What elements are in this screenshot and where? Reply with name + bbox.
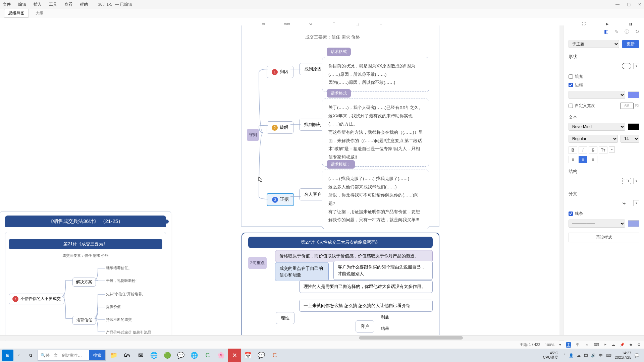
panel-tab-info-icon[interactable]: ⓘ: [625, 29, 629, 35]
scrollbar-v[interactable]: [559, 25, 564, 349]
panel-tab-refresh-icon[interactable]: ↻: [635, 29, 639, 35]
pv-leaf5[interactable]: 产品价格式完价 低价引流品: [106, 330, 151, 335]
weight-select[interactable]: Regular: [569, 135, 618, 143]
app-c2-icon[interactable]: C: [268, 349, 281, 362]
menu-file[interactable]: 文件: [3, 2, 11, 7]
node-step3-selected[interactable]: 3证据: [267, 193, 294, 206]
node-benefit[interactable]: 利益: [381, 314, 389, 320]
close-icon[interactable]: ✕: [638, 2, 641, 7]
border-style-select[interactable]: ────────: [569, 91, 625, 99]
topic-type-select[interactable]: 子主题: [569, 40, 619, 48]
scrollbar-h[interactable]: [0, 335, 644, 340]
size-select[interactable]: 14: [621, 135, 639, 143]
status-emoji-icon[interactable]: ☺: [585, 343, 589, 347]
border-checkbox[interactable]: [569, 83, 573, 87]
status-xmind-icon[interactable]: 主: [566, 342, 571, 348]
tray-up-icon[interactable]: ˄: [564, 353, 566, 358]
app-360-icon[interactable]: 🟢: [161, 349, 174, 362]
content-step2[interactable]: 关于(……)，我个人研究(……)已经有XX年之久。 这XX年来，我找到了最有效的…: [322, 99, 429, 167]
line-value1[interactable]: 价格取决于价值，而价值取决于价值感，价值感取决于你对产品的塑造。: [275, 250, 433, 262]
status-star-icon[interactable]: ★: [629, 343, 633, 347]
line-style-select[interactable]: ────────: [569, 220, 625, 228]
tray-notification-icon[interactable]: 💬: [635, 353, 639, 358]
menu-edit[interactable]: 编辑: [18, 2, 26, 7]
maximize-icon[interactable]: ▢: [627, 2, 631, 7]
tray-keyboard-icon[interactable]: ⌨: [606, 353, 611, 358]
scrollbar-thumb[interactable]: [359, 336, 463, 340]
label-format1[interactable]: 话术格式: [327, 48, 351, 56]
line-checkbox[interactable]: [569, 212, 573, 216]
tray-onedrive-icon[interactable]: ☁: [577, 353, 581, 358]
line-color-swatch[interactable]: [628, 220, 639, 227]
status-gear-icon[interactable]: ⚙: [637, 343, 641, 347]
shape-preview[interactable]: [622, 63, 631, 69]
pv-n3[interactable]: 培育信任: [72, 316, 96, 325]
content-step3[interactable]: (……) 找我克服了(……) 找我克服了(……) 这么多人他们都来找我帮他们(……: [322, 170, 429, 229]
rational-b[interactable]: 一上来就问你怎么搞 怎么搞 怎么搞的人让他自己看介绍: [299, 300, 433, 312]
menu-insert[interactable]: 插入: [34, 2, 42, 7]
status-pin-icon[interactable]: 📌: [620, 343, 625, 347]
shape-dropdown-icon[interactable]: ▾: [633, 63, 639, 69]
pv-leaf4[interactable]: 持续不断的成交: [106, 317, 132, 322]
strike-button[interactable]: S: [589, 146, 597, 154]
border-color-swatch[interactable]: [628, 92, 639, 98]
tab-outline[interactable]: 大纲: [32, 9, 48, 17]
app-close-icon[interactable]: ✕: [228, 349, 241, 362]
search-input[interactable]: [46, 353, 89, 358]
fill-checkbox[interactable]: [569, 74, 573, 79]
hdr-section27[interactable]: 第27计《人性成交三大层次的终极密码》: [248, 237, 433, 248]
menu-help[interactable]: 帮助: [80, 2, 88, 7]
width-input[interactable]: [620, 103, 634, 109]
case-dropdown-icon[interactable]: ▾: [609, 146, 615, 153]
zoom-dropdown-icon[interactable]: ▾: [559, 343, 561, 347]
struct-dropdown-icon[interactable]: ▾: [633, 178, 639, 184]
preview-card[interactable]: 《销售成交兵法36计》 （21-25） 第21计《成交三要素》 成交三要素：信任…: [0, 211, 171, 349]
node-customer[interactable]: 客户: [356, 320, 374, 333]
pv-leaf2[interactable]: 先从"小信任"开始培养。: [106, 292, 146, 297]
status-scissors-icon[interactable]: ✂: [604, 343, 607, 347]
app-store-icon[interactable]: 🛍: [120, 349, 134, 362]
branch-preview[interactable]: ⤷: [622, 200, 631, 206]
align-center-button[interactable]: ≡: [579, 156, 587, 163]
pv-n1[interactable]: !不信任你的人不要成交: [9, 294, 64, 304]
panel-tab-style-icon[interactable]: ◧: [604, 29, 608, 35]
app-calendar-icon[interactable]: 📅: [241, 349, 255, 362]
reset-button[interactable]: 重设样式: [569, 233, 639, 242]
text-color-swatch[interactable]: [628, 123, 639, 130]
line-value2b[interactable]: 客户为什么要跟你买的50个理由先说服自己，才能说服别人: [333, 261, 433, 280]
taskview-icon[interactable]: ⧉: [25, 350, 36, 361]
tray-ime-icon[interactable]: 中: [599, 353, 603, 358]
pv-leaf3[interactable]: 提供价值: [106, 304, 121, 309]
start-button[interactable]: ⊞: [2, 350, 13, 361]
content-step1[interactable]: 你目前的状况，就是因为XX原因造成的!!因为(……)原因，所以你不敢(……) 因…: [322, 57, 429, 92]
rational-a[interactable]: 理性的人是需要自己做选择的，你跟他讲太多话没有太多作用。: [299, 280, 433, 293]
pv-leaf0[interactable]: 继续培养信任。: [106, 265, 132, 270]
cortana-icon[interactable]: ○: [13, 350, 25, 361]
node-result[interactable]: 结果: [381, 326, 389, 331]
update-button[interactable]: 更新: [622, 40, 639, 48]
tag-2points[interactable]: 2句重点: [248, 257, 267, 269]
label-template3[interactable]: 话术模版：: [327, 160, 355, 169]
case-button[interactable]: Tт: [599, 146, 607, 154]
node-rational[interactable]: 理性: [276, 312, 294, 324]
node-step2[interactable]: 2破解: [267, 121, 293, 134]
struct-preview[interactable]: ⊏⊐: [622, 178, 631, 184]
app-edge-icon[interactable]: 🌐: [187, 349, 201, 362]
status-keyboard-icon[interactable]: ⌨: [594, 343, 599, 347]
app-wechat-icon[interactable]: 💬: [174, 349, 187, 362]
line-value2a[interactable]: 成交的重点在于自己的信心和能量: [275, 262, 329, 281]
minimize-icon[interactable]: —: [615, 2, 620, 7]
pv-leaf1[interactable]: 干播，礼物吸新粉!: [106, 278, 137, 283]
tray-battery-icon[interactable]: 🗔: [584, 353, 588, 357]
align-right-button[interactable]: ≡: [589, 156, 597, 163]
app-mail-icon[interactable]: ✉: [134, 349, 147, 362]
align-left-button[interactable]: ≡: [569, 156, 577, 163]
tray-people-icon[interactable]: 👤: [569, 353, 574, 358]
tab-mindmap[interactable]: 思维导图: [4, 9, 29, 18]
app-pink-icon[interactable]: 🌸: [214, 349, 228, 362]
mindmap-canvas[interactable]: 成交三要素：信任 需求 价格 守则 1归因 找到原因 话术格式 你目前的状况，就…: [0, 25, 564, 349]
app-chrome-icon[interactable]: 🌐: [147, 349, 161, 362]
menu-view[interactable]: 查看: [64, 2, 72, 7]
node-step1[interactable]: 1归因: [267, 66, 293, 78]
pv-n2[interactable]: 解决方案: [72, 278, 96, 287]
